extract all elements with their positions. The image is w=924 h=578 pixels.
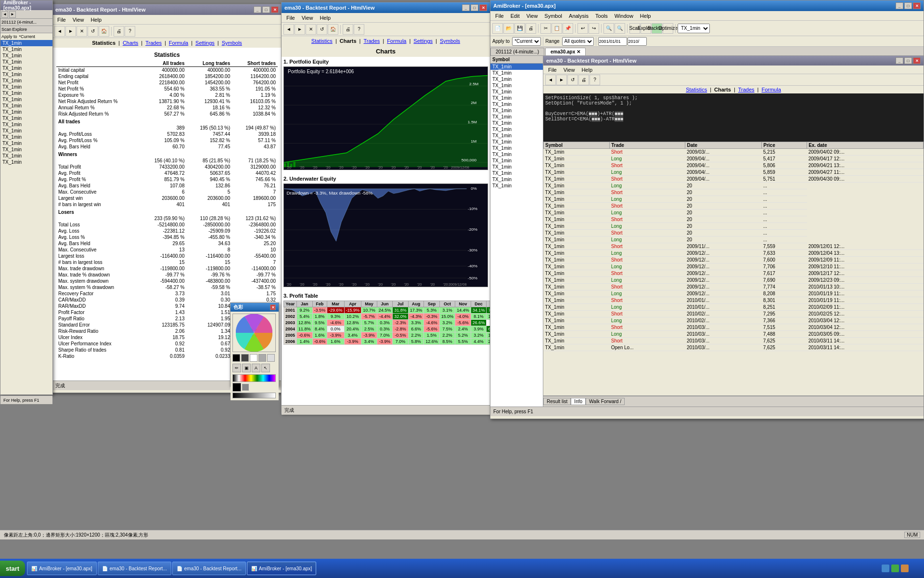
small-btn[interactable]: ◄ [1, 11, 8, 18]
menu-file[interactable]: File [54, 16, 69, 23]
swatch-black[interactable] [232, 354, 240, 362]
symbol-item[interactable]: TX_1min [0, 103, 52, 109]
home-button[interactable]: 🏠 [328, 24, 338, 35]
redo-button[interactable]: ↪ [589, 23, 599, 34]
menu-view[interactable]: View [561, 66, 578, 73]
symbol-item[interactable]: TX_1min [490, 183, 543, 189]
menu-help[interactable]: Help [317, 14, 334, 21]
info-tab[interactable]: Info [571, 398, 586, 405]
nav-formula[interactable]: Formula [169, 40, 188, 46]
symbol-item[interactable]: TX_1min [490, 101, 543, 107]
pencil-tool[interactable]: ✏ [232, 364, 241, 372]
optimize-button[interactable]: Optimize [663, 23, 673, 34]
nav-formula[interactable]: Formula [387, 38, 406, 44]
symbol-item[interactable]: TX_1min [490, 107, 543, 114]
forward-button[interactable]: ► [65, 26, 76, 37]
symbol-item[interactable]: TX_1min [0, 84, 52, 90]
symbol-item[interactable]: TX_1min [490, 132, 543, 139]
close-button[interactable]: ✕ [271, 6, 279, 13]
symbol-item[interactable]: TX_1min [490, 64, 543, 70]
close-button[interactable]: ✕ [913, 57, 921, 64]
fg-color[interactable] [232, 383, 241, 392]
htmlview-charts-titlebar[interactable]: ema30 - Backtest Report - HtmlView _ □ ✕ [282, 2, 490, 13]
maximize-button[interactable]: □ [471, 4, 478, 11]
menu-symbol[interactable]: Symbol [541, 13, 565, 19]
symbol-item[interactable]: TX_1min [0, 96, 52, 103]
symbol-item[interactable]: TX_1min [490, 114, 543, 120]
symbol-item[interactable]: TX_1min [0, 153, 52, 159]
print-button[interactable]: 🖨 [526, 23, 536, 34]
undo-button[interactable]: ↩ [578, 23, 588, 34]
swatch-dark[interactable] [241, 354, 249, 362]
close-button[interactable]: ✕ [270, 304, 276, 310]
symbol-item[interactable]: TX_1min [490, 120, 543, 126]
symbol-item[interactable]: TX_1min [490, 176, 543, 183]
print-btn[interactable]: 🖨 [578, 75, 589, 85]
from-date-input[interactable] [598, 37, 627, 46]
menu-help[interactable]: Help [88, 16, 104, 23]
back-button[interactable]: ◄ [283, 24, 294, 35]
save-button[interactable]: 💾 [514, 23, 525, 34]
menu-file[interactable]: File [283, 14, 298, 21]
zoom-in-button[interactable]: 🔍 [603, 23, 614, 34]
symbol-item[interactable]: TX_1min [0, 109, 52, 115]
small-btn[interactable]: ► [9, 11, 16, 18]
minimize-button[interactable]: _ [462, 4, 470, 11]
nav-statistics[interactable]: Statistics [92, 40, 116, 46]
symbol-item[interactable]: TX_1min [0, 53, 52, 59]
menu-edit[interactable]: Edit [508, 13, 523, 19]
refresh-btn[interactable]: ↺ [567, 75, 578, 85]
color-picker-titlebar[interactable]: 色彩 ✕ [231, 303, 279, 312]
symbol-item[interactable]: TX_1min [0, 78, 52, 84]
text-tool[interactable]: A [252, 364, 260, 372]
symbol-item[interactable]: TX_1min [0, 121, 52, 128]
swatch-lightgray[interactable] [267, 354, 275, 362]
tab-ema30[interactable]: ema30.apx ✕ [545, 48, 586, 55]
nav-symbols[interactable]: Symbols [222, 40, 242, 46]
symbol-item[interactable]: TX_1min [490, 70, 543, 76]
refresh-button[interactable]: ↺ [88, 26, 98, 37]
menu-file[interactable]: File [545, 66, 560, 73]
symbol-item[interactable]: TX_1min [490, 89, 543, 95]
symbol-item[interactable]: TX_1min [0, 90, 52, 96]
menu-help[interactable]: Help [637, 13, 654, 19]
print-button[interactable]: 🖨 [343, 24, 353, 35]
stop-button[interactable]: ✕ [306, 24, 316, 35]
help-button[interactable]: ? [354, 24, 364, 35]
nav-charts[interactable]: Charts [123, 40, 138, 46]
symbol-list-scroll[interactable]: TX_1minTX_1minTX_1minTX_1minTX_1minTX_1m… [490, 64, 543, 407]
symbol-item[interactable]: TX_1min [490, 76, 543, 82]
start-button[interactable]: start [0, 561, 25, 576]
menu-view[interactable]: View [299, 14, 316, 21]
new-button[interactable]: 📄 [492, 23, 503, 34]
nav-trades[interactable]: Trades [738, 87, 755, 92]
color-wheel[interactable] [232, 314, 276, 352]
range-select[interactable]: All quotes [562, 37, 594, 46]
nav-trades[interactable]: Trades [145, 40, 162, 46]
menu-window[interactable]: Window [612, 13, 636, 19]
symbol-item[interactable]: TX_1min [0, 159, 52, 165]
refresh-button[interactable]: ↺ [317, 24, 327, 35]
minimize-button[interactable]: _ [896, 2, 903, 9]
result-list-tab[interactable]: Result list [543, 398, 571, 405]
paste-button[interactable]: 📌 [563, 23, 573, 34]
nav-settings[interactable]: Settings [413, 38, 433, 44]
maximize-button[interactable]: □ [904, 2, 912, 9]
symbol-item[interactable]: TX_1min [490, 164, 543, 170]
forward-btn[interactable]: ► [556, 75, 567, 85]
zoom-out-button[interactable]: 🔍 [615, 23, 625, 34]
print-button[interactable]: 🖨 [114, 26, 124, 37]
nav-formula[interactable]: Formula [761, 87, 781, 92]
nav-charts[interactable]: Charts [714, 87, 731, 92]
taskbar-htmlview-1[interactable]: 📄 ema30 - Backtest Report... [98, 562, 171, 575]
home-button[interactable]: 🏠 [99, 26, 109, 37]
symbol-item[interactable]: TX_1min [0, 71, 52, 78]
nav-trades[interactable]: Trades [363, 38, 380, 44]
maximize-button[interactable]: □ [904, 57, 912, 64]
ab-title-bar[interactable]: AmiBroker - [ema30.apx] _ □ ✕ [490, 0, 924, 11]
minimize-button[interactable]: _ [896, 57, 903, 64]
menu-view[interactable]: View [524, 13, 541, 19]
fill-tool[interactable]: ▣ [242, 364, 251, 372]
symbol-item[interactable]: TX_1min [0, 115, 52, 121]
symbol-item[interactable]: TX_1min [0, 134, 52, 140]
